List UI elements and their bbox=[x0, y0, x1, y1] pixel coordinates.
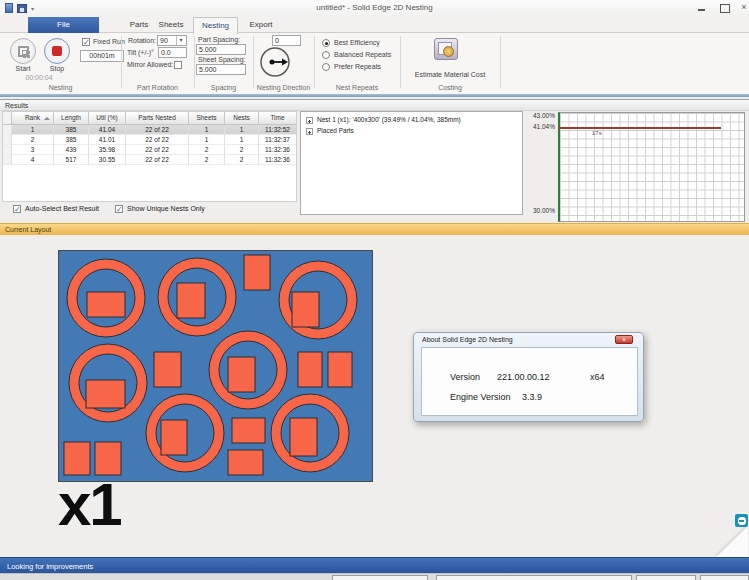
cell-rank: 3 bbox=[12, 145, 54, 155]
about-dialog-title: About Solid Edge 2D Nesting bbox=[422, 336, 513, 343]
part-spacing-field[interactable]: 5.000 bbox=[196, 44, 246, 55]
about-dialog[interactable]: About Solid Edge 2D Nesting × Version 22… bbox=[413, 332, 644, 422]
mirror-allowed-checkbox[interactable] bbox=[174, 61, 182, 69]
mirror-allowed-label: Mirror Allowed: bbox=[127, 61, 173, 68]
radio-best-efficiency[interactable] bbox=[322, 39, 330, 47]
cell-util: 35.98 bbox=[89, 145, 126, 155]
col-time[interactable]: Time bbox=[259, 112, 296, 125]
start-nest-icon bbox=[18, 46, 29, 57]
stop-button[interactable] bbox=[44, 38, 70, 64]
tilt-field[interactable]: 0.0 bbox=[158, 47, 187, 58]
status-text: Looking for improvements bbox=[7, 562, 93, 571]
stop-label: Stop bbox=[44, 65, 70, 72]
cell-nests: 1 bbox=[225, 125, 259, 135]
row-selector[interactable] bbox=[3, 125, 12, 135]
nesting-direction-field[interactable]: 0 bbox=[272, 35, 301, 46]
group-label-nesting: Nesting bbox=[0, 84, 121, 91]
taskbar-button[interactable] bbox=[636, 575, 696, 580]
rotation-dropdown[interactable]: 90 ▾ bbox=[157, 35, 187, 46]
group-label-nest-repeats: Nest Repeats bbox=[314, 84, 400, 91]
col-nests[interactable]: Nests bbox=[225, 112, 259, 125]
balanced-repeats-label: Balanced Repeats bbox=[334, 51, 391, 58]
row-selector[interactable] bbox=[3, 155, 12, 165]
expand-icon[interactable] bbox=[306, 128, 313, 135]
show-unique-nests-label: Show Unique Nests Only bbox=[127, 205, 205, 212]
dialog-close-button[interactable]: × bbox=[615, 335, 633, 344]
col-length[interactable]: Length bbox=[54, 112, 89, 125]
estimate-material-cost-button[interactable]: Estimate Material Cost bbox=[402, 71, 498, 78]
cell-length: 439 bbox=[54, 145, 89, 155]
y-tick-bottom: 30.00% bbox=[524, 207, 555, 214]
cell-nests: 1 bbox=[225, 135, 259, 145]
group-separator bbox=[194, 36, 195, 88]
tab-export[interactable]: Export bbox=[240, 17, 282, 33]
fixed-run-checkbox[interactable]: ✓ bbox=[82, 38, 90, 46]
show-unique-nests-checkbox[interactable]: ✓ bbox=[115, 205, 123, 213]
close-button[interactable]: × bbox=[736, 2, 749, 13]
cell-length: 385 bbox=[54, 125, 89, 135]
cell-util: 41.01 bbox=[89, 135, 126, 145]
tab-nesting[interactable]: Nesting bbox=[193, 17, 238, 34]
cell-parts-nested: 22 of 22 bbox=[126, 125, 189, 135]
start-button[interactable] bbox=[10, 38, 36, 64]
table-row[interactable]: 3 439 35.98 22 of 22 2 2 11:32:36 bbox=[3, 145, 296, 155]
taskbar-button[interactable] bbox=[436, 575, 632, 580]
auto-select-best-result-checkbox[interactable]: ✓ bbox=[13, 205, 21, 213]
group-separator bbox=[314, 36, 315, 88]
cell-sheets: 2 bbox=[189, 155, 225, 165]
tab-sheets[interactable]: Sheets bbox=[150, 17, 192, 33]
taskbar-button[interactable] bbox=[700, 575, 749, 580]
row-selector[interactable] bbox=[3, 145, 12, 155]
radio-balanced-repeats[interactable] bbox=[322, 51, 330, 59]
table-row[interactable]: 1 385 41.04 22 of 22 1 1 11:32:52 bbox=[3, 125, 296, 135]
group-separator bbox=[400, 36, 401, 88]
remote-support-icon[interactable] bbox=[735, 514, 748, 527]
tilt-label: Tilt (+/-)° bbox=[127, 49, 154, 56]
group-separator bbox=[121, 36, 122, 88]
table-row[interactable]: 2 385 41.01 22 of 22 1 1 11:32:37 bbox=[3, 135, 296, 145]
about-dialog-body: Version 221.00.00.12 x64 Engine Version … bbox=[421, 347, 638, 416]
auto-select-best-result-label: Auto-Select Best Result bbox=[25, 205, 99, 212]
col-sheets[interactable]: Sheets bbox=[189, 112, 225, 125]
tab-file[interactable]: File bbox=[28, 17, 99, 33]
cell-time: 11:32:52 bbox=[259, 125, 296, 135]
cell-time: 11:32:37 bbox=[259, 135, 296, 145]
tree-item-placed-parts[interactable]: Placed Parts bbox=[306, 127, 354, 134]
col-util[interactable]: Util (%) bbox=[89, 112, 126, 125]
status-bar: Looking for improvements bbox=[0, 557, 749, 573]
rotation-label: Rotation: bbox=[128, 37, 156, 44]
cell-util: 41.04 bbox=[89, 125, 126, 135]
best-efficiency-label: Best Efficiency bbox=[334, 39, 380, 46]
chevron-down-icon[interactable]: ▾ bbox=[176, 36, 185, 45]
table-row[interactable]: 4 517 30.55 22 of 22 2 2 11:32:36 bbox=[3, 155, 296, 165]
start-label: Start bbox=[10, 65, 36, 72]
radio-prefer-repeats[interactable] bbox=[322, 63, 330, 71]
version-value: 221.00.00.12 bbox=[497, 372, 550, 382]
nest-tree-panel[interactable]: Nest 1 (x1): '400x300' (39.49% / 41.04%,… bbox=[300, 111, 523, 215]
version-label: Version bbox=[450, 372, 480, 382]
restore-button[interactable] bbox=[716, 2, 732, 13]
cell-time: 11:32:36 bbox=[259, 145, 296, 155]
run-duration-field[interactable]: 00h01m bbox=[80, 50, 124, 62]
cell-rank: 4 bbox=[12, 155, 54, 165]
cell-sheets: 2 bbox=[189, 145, 225, 155]
cell-length: 517 bbox=[54, 155, 89, 165]
group-label-part-rotation: Part Rotation bbox=[121, 84, 194, 91]
cell-nests: 2 bbox=[225, 155, 259, 165]
estimate-material-cost-icon[interactable] bbox=[434, 38, 458, 60]
nesting-sheet-svg[interactable] bbox=[58, 250, 373, 482]
cell-sheets: 1 bbox=[189, 135, 225, 145]
results-table[interactable]: Rank Length Util (%) Parts Nested Sheets… bbox=[2, 111, 297, 202]
minimize-button[interactable] bbox=[694, 2, 710, 13]
nesting-direction-icon[interactable] bbox=[259, 46, 291, 78]
utilization-line bbox=[558, 127, 721, 129]
col-parts-nested[interactable]: Parts Nested bbox=[126, 112, 189, 125]
group-separator bbox=[500, 36, 501, 88]
cell-nests: 2 bbox=[225, 145, 259, 155]
expand-icon[interactable] bbox=[306, 117, 313, 124]
row-selector[interactable] bbox=[3, 135, 12, 145]
taskbar-button[interactable] bbox=[332, 575, 428, 580]
col-rank[interactable]: Rank bbox=[12, 112, 54, 125]
sheet-spacing-field[interactable]: 5.000 bbox=[196, 64, 246, 75]
tree-item-nest1[interactable]: Nest 1 (x1): '400x300' (39.49% / 41.04%,… bbox=[306, 116, 461, 123]
